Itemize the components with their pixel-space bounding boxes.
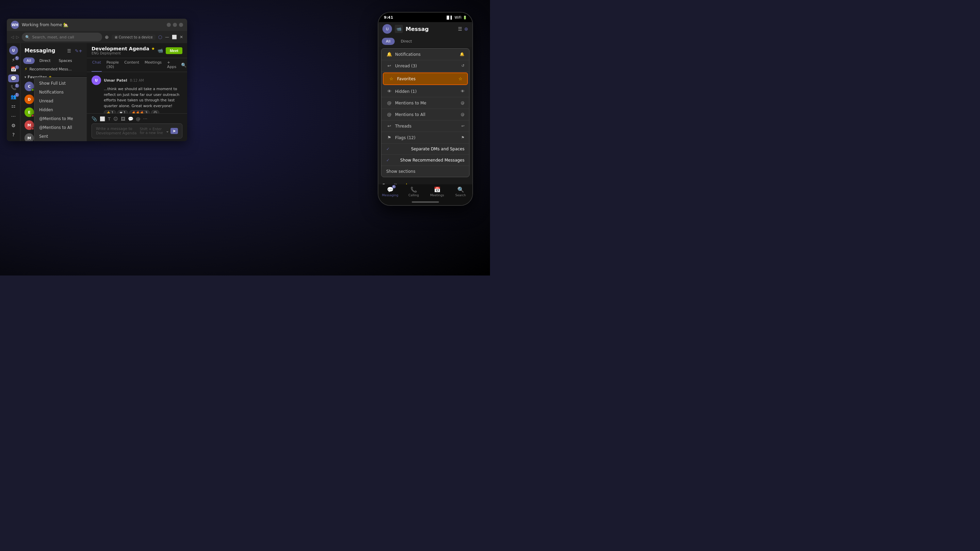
maximize-icon[interactable]: ⬜ xyxy=(172,35,177,40)
reaction-smile[interactable]: 😊 xyxy=(151,110,159,113)
chat-tab-chat[interactable]: Chat xyxy=(92,58,102,72)
phone-dd-threads[interactable]: ↩ Threads ↩ xyxy=(382,121,469,132)
phone-at-all-icon: @ xyxy=(461,112,465,117)
reaction-fire[interactable]: 🔥🔥🔥 3 xyxy=(129,110,150,113)
phone-dd-show-recommended[interactable]: Show Recommended Messages xyxy=(382,155,469,166)
dropdown-show-full[interactable]: Show Full List (9) xyxy=(34,79,87,88)
phone-dd-show-sections[interactable]: Show sections xyxy=(382,166,469,177)
dropdown-mentions-all[interactable]: @Mentions to All (1) xyxy=(34,123,87,132)
tab-all[interactable]: All xyxy=(23,57,35,64)
phone-header-icons: ☰ ⊕ xyxy=(458,26,468,32)
phone-tab-all[interactable]: All xyxy=(382,38,395,45)
emily-status xyxy=(31,114,34,117)
minimize-icon[interactable]: — xyxy=(165,35,169,40)
dropdown-mentions-me[interactable]: @Mentions to Me (1) xyxy=(34,114,87,123)
tab-direct[interactable]: Direct xyxy=(36,57,54,64)
chat-tab-apps[interactable]: + Apps xyxy=(166,58,177,72)
phone-nav-meetings[interactable]: 📅 Meetings xyxy=(425,186,449,197)
user-avatar: WH xyxy=(11,21,19,29)
phone-nav-calling[interactable]: 📞 Calling xyxy=(402,186,425,197)
clarissa-avatar: C xyxy=(24,82,34,91)
text-format-icon[interactable]: T xyxy=(108,116,111,121)
expand-compose-icon[interactable]: ⌄ xyxy=(166,129,169,133)
chat-tab-content[interactable]: Content xyxy=(124,58,140,72)
rail-messaging[interactable]: 💬 xyxy=(8,75,19,82)
forward-button[interactable]: ▷ xyxy=(16,35,19,40)
messages-area[interactable]: U Umar Patel 8:12 AM ...think we should … xyxy=(87,72,187,113)
rail-more[interactable]: ··· xyxy=(8,112,19,120)
phone-eye-icon: 👁 xyxy=(461,89,465,94)
favorite-star-icon[interactable]: ★ xyxy=(151,46,155,51)
maximize-button[interactable] xyxy=(173,23,177,27)
rail-calendar[interactable]: 📅 1 xyxy=(8,65,19,73)
search-input-wrap[interactable]: 🔍 Search, meet, and call xyxy=(22,33,102,41)
rail-avatar[interactable]: U xyxy=(8,46,19,55)
add-button[interactable]: ⊕ xyxy=(105,34,109,40)
dropdown-sent[interactable]: Sent xyxy=(34,132,87,141)
reaction-1[interactable]: 👍 1 xyxy=(104,110,116,113)
dropdown-unread[interactable]: Unread (4) xyxy=(34,97,87,105)
close-button[interactable] xyxy=(179,23,183,27)
dropdown-hidden[interactable]: Hidden (5) xyxy=(34,105,87,114)
format-icon[interactable]: ⬜ xyxy=(100,116,105,121)
phone-dd-flags[interactable]: ⚑ Flags (12) ⚑ xyxy=(382,132,469,143)
meet-button[interactable]: Meet xyxy=(166,47,182,54)
tab-spaces[interactable]: Spaces xyxy=(56,57,76,64)
phone-nav-messaging[interactable]: 💬 6 Messaging xyxy=(379,186,402,197)
search-chat-icon[interactable]: 🔍 xyxy=(181,63,186,68)
phone-dd-favorites[interactable]: ☆ Favorites ☆ xyxy=(383,73,467,84)
chat-subtitle: ENG Deployment xyxy=(92,51,155,55)
search-input[interactable]: Search, meet, and call xyxy=(32,35,74,40)
phone-dd-hidden[interactable]: 👁 Hidden (1) 👁 xyxy=(382,86,469,97)
gif-icon[interactable]: 🖼 xyxy=(121,116,125,121)
emoji-icon[interactable]: 😊 xyxy=(113,116,118,121)
minimize-button[interactable] xyxy=(167,23,171,27)
reaction-heart[interactable]: ❤️ 1 xyxy=(118,110,128,113)
close-icon[interactable]: ✕ xyxy=(180,35,183,40)
rail-calls[interactable]: 📞 1 xyxy=(8,84,19,92)
phone-status-bar: 9:41 ▐▌▌ WiFi 🔋 xyxy=(379,13,472,22)
attach-icon[interactable]: 📎 xyxy=(92,116,97,121)
phone-tabs: All Direct xyxy=(379,36,472,47)
phone-dd-mentions-all[interactable]: @ Mentions to All @ xyxy=(382,109,469,121)
filter-button[interactable]: ☰ xyxy=(65,47,73,55)
phone-dd-notifications[interactable]: 🔔 Notifications 🔔 xyxy=(382,49,469,60)
rail-help[interactable]: ? xyxy=(8,130,19,138)
connect-device-button[interactable]: 🖥 Connect to a device xyxy=(111,35,156,40)
left-rail: U ⚡ 5 📅 1 💬 📞 1 👥 1 ⚏ xyxy=(7,43,21,141)
phone-dd-separate-dms[interactable]: Separate DMs and Spaces xyxy=(382,143,469,155)
send-button[interactable]: ➤ xyxy=(170,128,178,134)
back-button[interactable]: ◁ xyxy=(11,35,14,40)
phone-video-icon[interactable]: 📹 xyxy=(395,25,403,33)
sticker-icon[interactable]: 💬 xyxy=(128,116,134,121)
phone-tab-direct[interactable]: Direct xyxy=(397,38,416,45)
phone-header-avatar[interactable]: U xyxy=(382,24,392,34)
rail-settings[interactable]: ⚙ xyxy=(8,121,19,129)
compose-input[interactable]: Write a message to Development Agenda Sh… xyxy=(92,124,182,138)
phone-dd-unread[interactable]: ↩ Unread (3) ↺ xyxy=(382,60,469,72)
more-compose-icon[interactable]: ··· xyxy=(143,116,147,121)
video-icon[interactable]: 📹 xyxy=(158,48,163,53)
help-icon: ? xyxy=(12,132,14,137)
title-bar-text: Working from home 🏡 xyxy=(22,22,167,27)
phone-dd-mentions-me[interactable]: @ Mentions to Me @ xyxy=(382,97,469,109)
mention-icon[interactable]: @ xyxy=(136,116,140,121)
phone-list-icon[interactable]: ☰ xyxy=(458,26,463,32)
rail-apps[interactable]: ⚏ xyxy=(8,102,19,110)
window-controls[interactable] xyxy=(167,23,183,27)
chat-tab-meetings[interactable]: Meetings xyxy=(144,58,162,72)
recommended-row[interactable]: ⚡ Recommended Mess... xyxy=(21,65,87,73)
phone-favorites-star: ★ xyxy=(404,182,409,184)
chat-tab-people[interactable]: People (30) xyxy=(106,58,120,72)
phone-dropdown: 🔔 Notifications 🔔 ↩ Unread (3) ↺ ☆ Favor… xyxy=(381,48,469,177)
phone-nav-search[interactable]: 🔍 Search xyxy=(449,186,472,197)
compose-placeholder[interactable]: Write a message to Development Agenda xyxy=(96,127,140,135)
tab-row: All Direct Spaces xyxy=(21,56,87,65)
dropdown-notifications[interactable]: Notifications (4) xyxy=(34,88,87,97)
phone-header: U 📹 Messag ☰ ⊕ xyxy=(379,22,472,36)
home-bar xyxy=(412,202,439,203)
phone-add-icon[interactable]: ⊕ xyxy=(464,26,468,32)
compose-button[interactable]: ✎+ xyxy=(75,47,83,55)
rail-activity[interactable]: ⚡ 5 xyxy=(8,56,19,64)
rail-people[interactable]: 👥 1 xyxy=(8,93,19,101)
